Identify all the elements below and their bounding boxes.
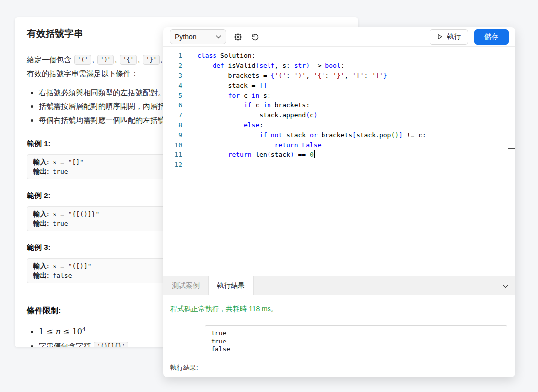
code-text: return False <box>182 140 321 150</box>
results-tabbar: 測試案例執行結果 <box>163 276 515 295</box>
code-text: class Solution: <box>182 51 255 61</box>
settings-gear-icon[interactable] <box>232 31 243 42</box>
line-number: 6 <box>163 100 182 110</box>
bracket-chip: ')' <box>97 55 114 65</box>
overview-ruler-cursor-marker <box>508 148 515 149</box>
output-label: 執行結果: <box>170 325 205 377</box>
code-text: stack.append(c) <box>182 110 318 120</box>
code-line[interactable]: 10 return False <box>163 140 515 150</box>
code-line[interactable]: 9 if not stack or brackets[stack.pop()] … <box>163 130 515 140</box>
editor-panel: Python <box>163 27 515 377</box>
line-number: 10 <box>163 140 182 150</box>
editor-toolbar: Python <box>163 27 515 47</box>
code-line[interactable]: 7 stack.append(c) <box>163 110 515 120</box>
code-text: brackets = {'(': ')', '{': '}', '[': ']'… <box>182 71 387 81</box>
save-button-label: 儲存 <box>484 32 498 41</box>
code-line[interactable]: 1class Solution: <box>163 51 515 61</box>
code-lines: 1class Solution:2 def isValid(self, s: s… <box>163 51 515 170</box>
output-row: 執行結果: true true false <box>170 325 507 377</box>
code-editor[interactable]: 1class Solution:2 def isValid(self, s: s… <box>163 47 515 276</box>
language-select-value: Python <box>175 33 197 41</box>
run-button-label: 執行 <box>447 32 461 41</box>
code-line[interactable]: 2 def isValid(self, s: str) -> bool: <box>163 61 515 71</box>
run-status-message: 程式碼正常執行，共耗時 118 ms。 <box>170 305 507 314</box>
code-text <box>182 160 197 170</box>
save-button[interactable]: 儲存 <box>474 29 509 45</box>
code-line[interactable]: 4 stack = [] <box>163 81 515 91</box>
code-line[interactable]: 6 if c in brackets: <box>163 100 515 110</box>
code-line[interactable]: 8 else: <box>163 120 515 130</box>
line-number: 4 <box>163 81 182 91</box>
constraint-math: 1 ≤ n ≤ 104 <box>39 327 86 336</box>
bracket-chip: '}' <box>143 55 160 65</box>
tab-test-cases[interactable]: 測試案例 <box>163 276 208 295</box>
code-line[interactable]: 3 brackets = {'(': ')', '{': '}', '[': '… <box>163 71 515 81</box>
code-line[interactable]: 5 for c in s: <box>163 91 515 100</box>
line-number: 12 <box>163 160 182 170</box>
code-text: def isValid(self, s: str) -> bool: <box>182 61 344 71</box>
results-tabs: 測試案例執行結果 <box>163 276 254 295</box>
code-text: return len(stack) == 0 <box>182 150 315 160</box>
editor-scrollbar[interactable] <box>508 47 515 276</box>
code-text: else: <box>182 120 263 130</box>
bracket-chip: '(' <box>74 55 91 65</box>
output-box: true true false <box>205 325 507 377</box>
bracket-chip: '{' <box>120 55 137 65</box>
text-cursor <box>314 150 315 158</box>
chevron-down-icon <box>216 35 221 39</box>
collapse-panel-icon[interactable] <box>502 282 509 291</box>
code-text: for c in s: <box>182 91 271 100</box>
code-line[interactable]: 11 return len(stack) == 0 <box>163 150 515 160</box>
line-number: 1 <box>163 51 182 61</box>
code-line[interactable]: 12 <box>163 160 515 170</box>
line-number: 8 <box>163 120 182 130</box>
line-number: 5 <box>163 91 182 100</box>
line-number: 3 <box>163 71 182 81</box>
line-number: 9 <box>163 130 182 140</box>
line-number: 7 <box>163 110 182 120</box>
results-panel: 程式碼正常執行，共耗時 118 ms。 執行結果: true true fals… <box>163 295 515 377</box>
run-button[interactable]: 執行 <box>430 29 468 45</box>
tab-run-result[interactable]: 執行結果 <box>208 276 254 295</box>
output-text: true true false <box>211 329 501 354</box>
code-text: if not stack or brackets[stack.pop()] !=… <box>182 130 426 140</box>
code-text: stack = [] <box>182 81 267 91</box>
reset-undo-icon[interactable] <box>249 31 260 42</box>
play-icon <box>437 34 443 40</box>
line-number: 11 <box>163 150 182 160</box>
code-text: if c in brackets: <box>182 100 310 110</box>
charset-chip: '()[]{}' <box>94 342 128 347</box>
line-number: 2 <box>163 61 182 71</box>
language-select[interactable]: Python <box>170 29 226 44</box>
